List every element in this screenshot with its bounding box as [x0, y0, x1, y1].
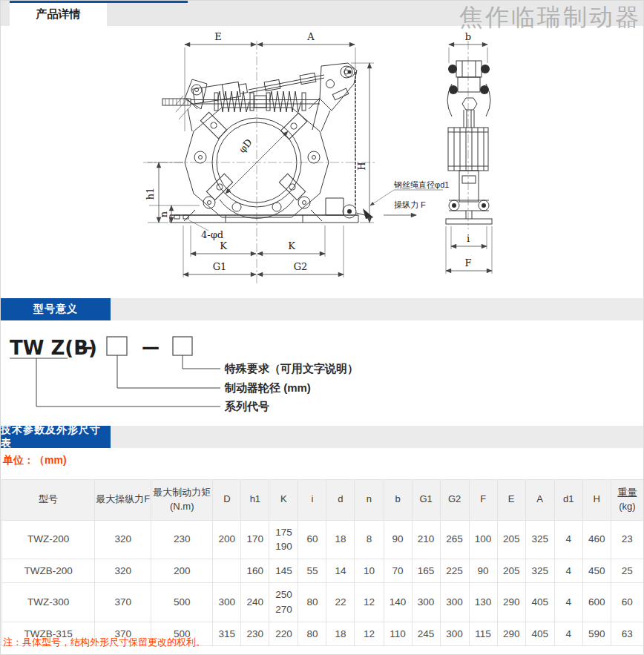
table-cell: 4: [554, 520, 582, 559]
section-title-model: 型号意义: [1, 298, 111, 320]
section-row-model: 型号意义: [1, 298, 644, 320]
dim-E: E: [214, 31, 222, 42]
model-label-wheel: 制动器轮径 (mm): [224, 381, 311, 394]
table-cell: 145: [269, 559, 298, 583]
column-header: d: [326, 480, 355, 521]
table-cell: 10: [355, 559, 384, 583]
table-cell: 265: [440, 520, 469, 559]
table-cell: 70: [384, 559, 412, 583]
table-cell: 165: [412, 559, 440, 583]
table-cell: 110: [384, 622, 412, 646]
dim-K2: K: [288, 240, 295, 251]
table-cell: 220: [269, 622, 298, 646]
table-cell: 14: [326, 559, 355, 583]
table-cell: 63: [611, 622, 643, 646]
table-cell: 300: [412, 583, 440, 622]
model-box-2: [173, 337, 192, 355]
dim-n: n: [158, 211, 169, 217]
column-header: b: [384, 480, 412, 521]
spec-table: 型号最大操纵力F最大制动力矩 (N.m)Dh1KidnbG1G2FEAd1H重量…: [1, 479, 644, 646]
table-cell: 405: [525, 583, 554, 622]
table-cell: 325: [525, 520, 554, 559]
dim-i: i: [467, 233, 470, 244]
page: 产品详情 焦作临瑞制动器 φD: [0, 0, 644, 655]
column-header: E: [497, 480, 525, 521]
model-box-1: [107, 337, 127, 355]
table-cell: 130: [469, 583, 497, 622]
table-cell: 500: [151, 583, 213, 622]
table-cell: 18: [326, 520, 355, 559]
table-cell: TWZB-200: [2, 559, 95, 583]
table-cell: 325: [525, 559, 554, 583]
table-cell: 170: [241, 520, 269, 559]
dim-H: H: [356, 162, 367, 170]
table-cell: 90: [469, 559, 497, 583]
column-header: 重量(kg): [611, 480, 643, 521]
table-cell: 590: [582, 622, 611, 646]
table-cell: 4: [554, 583, 582, 622]
column-header: i: [298, 480, 326, 521]
table-cell: 210: [412, 520, 440, 559]
table-cell: 230: [151, 520, 213, 559]
table-cell: 200: [151, 559, 213, 583]
table-cell: 90: [384, 520, 412, 559]
table-cell: 4: [554, 559, 582, 583]
dim-b: b: [465, 31, 471, 42]
table-cell: 60: [298, 520, 326, 559]
table-cell: 160: [241, 559, 269, 583]
section-title-specs: 技术参数及外形尺寸表: [1, 426, 111, 448]
table-cell: 320: [95, 559, 151, 583]
section-row-specs: 技术参数及外形尺寸表: [1, 426, 644, 448]
table-cell: TWZ-300: [2, 583, 95, 622]
label-operating-force: 操纵力 F: [394, 200, 426, 209]
table-cell: 315: [213, 622, 241, 646]
tab-product-details[interactable]: 产品详情: [10, 3, 107, 26]
model-meaning-diagram: TW Z(B) — — 特殊要求（可用文字说明） 制动器轮径 (mm) 系列代号: [1, 320, 644, 424]
table-cell: 290: [497, 583, 525, 622]
table-cell: 100: [469, 520, 497, 559]
spec-table-header-row: 型号最大操纵力F最大制动力矩 (N.m)Dh1KidnbG1G2FEAd1H重量…: [2, 480, 644, 521]
column-header: 型号: [2, 480, 95, 521]
table-cell: 115: [469, 622, 497, 646]
table-cell: 245: [412, 622, 440, 646]
table-cell: [213, 559, 241, 583]
table-cell: 4: [554, 622, 582, 646]
column-header: A: [525, 480, 554, 521]
table-cell: 290: [497, 622, 525, 646]
table-cell: 230: [241, 622, 269, 646]
model-dash-2: —: [142, 337, 160, 358]
model-dash-1: —: [75, 337, 93, 358]
table-row: TWZ-300370500300240250 27080221214030030…: [2, 583, 644, 622]
dim-G2: G2: [294, 261, 308, 272]
table-cell: 55: [298, 559, 326, 583]
table-cell: 300: [440, 583, 469, 622]
table-cell: 205: [497, 559, 525, 583]
table-cell: 205: [497, 520, 525, 559]
table-cell: 250 270: [269, 583, 298, 622]
label-rope-diameter: 钢丝绳直径φd1: [393, 180, 449, 189]
table-cell: 200: [213, 520, 241, 559]
model-label-special: 特殊要求（可用文字说明）: [224, 362, 358, 375]
table-cell: 80: [298, 583, 326, 622]
table-cell: 8: [355, 520, 384, 559]
table-cell: 370: [95, 583, 151, 622]
table-cell: 320: [95, 520, 151, 559]
table-cell: 175 190: [269, 520, 298, 559]
column-header: G1: [412, 480, 440, 521]
model-label-series: 系列代号: [224, 400, 269, 412]
column-header: d1: [554, 480, 582, 521]
table-cell: 460: [582, 520, 611, 559]
table-cell: 80: [298, 622, 326, 646]
dim-phiD: φD: [237, 136, 254, 155]
table-cell: 450: [582, 559, 611, 583]
dim-h1: h1: [145, 188, 156, 200]
table-cell: 23: [611, 520, 643, 559]
column-header: h1: [241, 480, 269, 521]
table-row: TWZB-20032020016014555141070165225902053…: [2, 559, 644, 583]
table-cell: 18: [326, 622, 355, 646]
table-cell: 600: [582, 583, 611, 622]
column-header: D: [213, 480, 241, 521]
dim-G1: G1: [213, 261, 227, 272]
dim-A: A: [306, 31, 315, 42]
table-cell: 12: [355, 583, 384, 622]
